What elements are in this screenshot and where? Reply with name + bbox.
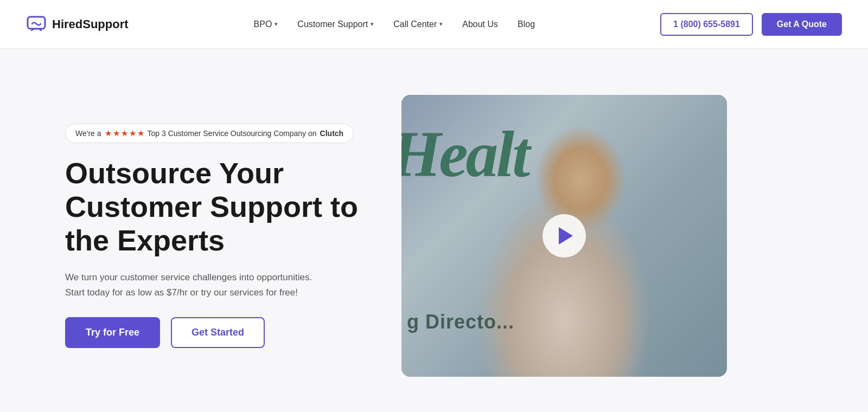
- clutch-badge: We're a ★ ★ ★ ★ ★ Top 3 Customer Service…: [65, 124, 354, 143]
- try-for-free-button[interactable]: Try for Free: [65, 317, 160, 348]
- hero-video[interactable]: Healt g Directo...: [401, 95, 727, 377]
- nav-blog[interactable]: Blog: [518, 20, 535, 29]
- chevron-down-icon: ▾: [439, 21, 443, 28]
- logo-text: HiredSupport: [52, 17, 129, 31]
- star-4: ★: [129, 128, 136, 138]
- logo[interactable]: HiredSupport: [26, 14, 129, 35]
- nav-about-us[interactable]: About Us: [462, 20, 498, 29]
- hero-title: Outsource Your Customer Support to the E…: [65, 156, 369, 257]
- chevron-down-icon: ▾: [371, 21, 374, 28]
- chevron-down-icon: ▾: [275, 21, 278, 28]
- hero-buttons: Try for Free Get Started: [65, 317, 369, 348]
- badge-brand: Clutch: [320, 129, 344, 138]
- site-header: HiredSupport BPO ▾ Customer Support ▾ Ca…: [0, 0, 868, 49]
- star-2: ★: [113, 128, 120, 138]
- header-actions: 1 (800) 655-5891 Get A Quote: [660, 13, 842, 36]
- svg-rect-0: [28, 17, 45, 29]
- star-5: ★: [137, 128, 144, 138]
- nav-call-center[interactable]: Call Center ▾: [393, 20, 443, 29]
- video-caption: g Directo...: [407, 311, 514, 333]
- play-icon: [559, 227, 573, 244]
- nav-customer-support[interactable]: Customer Support ▾: [297, 20, 374, 29]
- hero-section: We're a ★ ★ ★ ★ ★ Top 3 Customer Service…: [0, 49, 868, 412]
- star-1: ★: [105, 128, 112, 138]
- hero-subtitle: We turn your customer service challenges…: [65, 270, 315, 299]
- get-started-button[interactable]: Get Started: [171, 317, 265, 348]
- get-quote-button[interactable]: Get A Quote: [762, 13, 842, 36]
- star-3: ★: [121, 128, 128, 138]
- logo-icon: [26, 14, 47, 35]
- hero-content: We're a ★ ★ ★ ★ ★ Top 3 Customer Service…: [65, 124, 369, 348]
- play-button[interactable]: [542, 214, 586, 258]
- badge-suffix: Top 3 Customer Service Outsourcing Compa…: [148, 129, 317, 138]
- main-nav: BPO ▾ Customer Support ▾ Call Center ▾ A…: [254, 20, 535, 29]
- star-rating: ★ ★ ★ ★ ★: [105, 128, 144, 138]
- nav-bpo[interactable]: BPO ▾: [254, 20, 278, 29]
- badge-prefix: We're a: [75, 129, 101, 138]
- phone-button[interactable]: 1 (800) 655-5891: [660, 13, 753, 36]
